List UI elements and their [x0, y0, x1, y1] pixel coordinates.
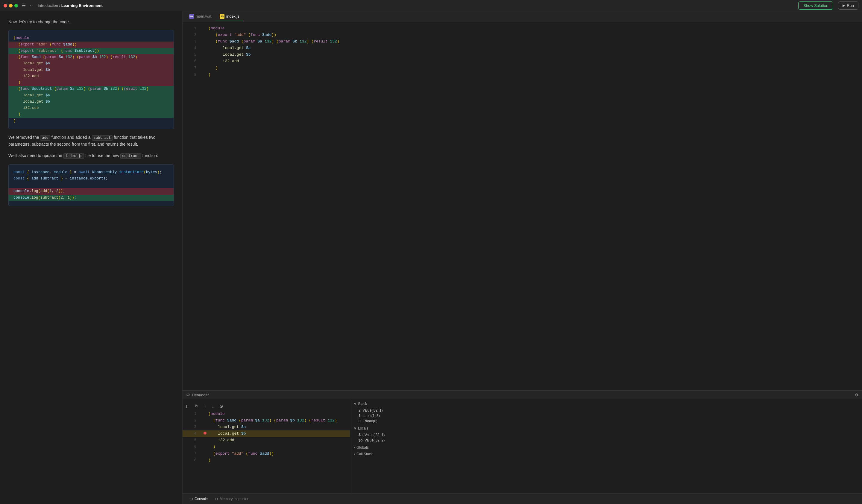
stack-section-header[interactable]: ∨ Stack — [354, 402, 859, 406]
debugger-header: ⚙ Debugger ⚙ — [183, 390, 862, 399]
back-arrow-icon[interactable]: ← — [29, 3, 34, 8]
locals-section-header[interactable]: ∨ Locals — [354, 426, 859, 430]
editor-line-2: 2 (export "add" (func $add)) — [183, 32, 862, 38]
console-icon: ⊡ — [190, 497, 193, 501]
stack-label: Stack — [358, 402, 367, 406]
run-button[interactable]: Run — [838, 1, 859, 10]
debugger-controls: ⏸ ↻ ↑ ↓ ⊗ — [183, 402, 350, 411]
console-label: Console — [195, 497, 208, 501]
title-bar: ☰ ← Introduction / Learning Environment … — [0, 0, 862, 11]
editor-line-6: 6 i32.add — [183, 58, 862, 65]
line-number: 1 — [185, 25, 196, 31]
globals-section-header[interactable]: › Globals — [354, 446, 859, 450]
step-out-button[interactable]: ↓ — [211, 403, 216, 410]
stack-item-2: 0: Frame(0) — [354, 419, 859, 424]
show-solution-button[interactable]: Show Solution — [798, 1, 833, 10]
memory-icon: ⊟ — [215, 497, 218, 501]
left-panel: Now, let's try to change the code. (modu… — [0, 11, 183, 504]
prose-intro: Now, let's try to change the code. — [8, 18, 174, 25]
inline-code-subtract2: subtract — [120, 154, 141, 159]
chevron-down-icon: ∨ — [354, 402, 356, 406]
dbg-line-7: 7 (export "add" (func $add)) — [183, 450, 350, 457]
line-code: ) — [208, 65, 859, 71]
prose-update: We'll also need to update the index.js f… — [8, 152, 174, 159]
right-panel: WA main.wat JS index.js 1 (module 2 — [183, 11, 862, 504]
stack-item-1: 1: Label(1, 3) — [354, 413, 859, 419]
main-content: Now, let's try to change the code. (modu… — [0, 11, 862, 504]
tab-index-js[interactable]: JS index.js — [216, 12, 244, 21]
deactivate-button[interactable]: ⊗ — [218, 403, 224, 410]
chevron-right-icon: › — [354, 446, 355, 450]
traffic-lights — [3, 4, 18, 8]
tab-badge-js: JS — [220, 14, 224, 19]
debugger-sidebar: ∨ Stack 2: Value(i32, 1) 1: Label(1, 3) … — [350, 399, 862, 493]
inline-code-indexjs: index.js — [64, 154, 84, 159]
code-diff-wat: (module (export "add" (func $add)) (expo… — [8, 30, 174, 129]
code-editor-main[interactable]: 1 (module 2 (export "add" (func $add)) 3… — [183, 22, 862, 390]
tab-label-main-wat: main.wat — [196, 14, 211, 18]
code-diff-js: const { instance, module } = await WebAs… — [8, 164, 174, 206]
callstack-label: Call Stack — [356, 452, 373, 456]
editor-line-1: 1 (module — [183, 25, 862, 32]
line-code: local.get $b — [208, 51, 859, 58]
bug-icon: ⚙ — [186, 393, 190, 397]
resume-button[interactable]: ⏸ — [184, 403, 191, 410]
line-code: local.get $a — [208, 45, 859, 51]
editor-line-3: 3 (func $add (param $a i32) (param $b i3… — [183, 38, 862, 45]
line-code: ) — [208, 71, 859, 78]
debugger-panel: ⚙ Debugger ⚙ ⏸ ↻ ↑ ↓ ⊗ — [183, 390, 862, 504]
step-in-button[interactable]: ↑ — [203, 403, 208, 410]
editor-line-5: 5 local.get $b — [183, 51, 862, 58]
inline-code-subtract: subtract — [92, 135, 113, 141]
dbg-line-4: 4 local.get $b — [183, 430, 350, 437]
console-tab[interactable]: ⊡ Console — [186, 496, 211, 502]
line-code: (func $add (param $a i32) (param $b i32)… — [208, 38, 859, 45]
dbg-line-6: 6 ) — [183, 443, 350, 450]
memory-inspector-tab[interactable]: ⊟ Memory Inspector — [211, 496, 252, 502]
dbg-line-3: 3 local.get $a — [183, 424, 350, 430]
maximize-button[interactable] — [14, 4, 18, 8]
step-over-button[interactable]: ↻ — [194, 403, 200, 410]
editor-area: 1 (module 2 (export "add" (func $add)) 3… — [183, 22, 862, 390]
tab-badge-wa: WA — [189, 14, 194, 19]
breadcrumb: Introduction / Learning Environment — [38, 3, 103, 8]
line-number: 2 — [185, 32, 196, 38]
line-number: 8 — [185, 72, 196, 78]
menu-icon[interactable]: ☰ — [22, 3, 26, 8]
close-button[interactable] — [3, 4, 7, 8]
bottom-bar: ⊡ Console ⊟ Memory Inspector — [183, 493, 862, 504]
editor-line-8: 8 ) — [183, 71, 862, 78]
inline-code-add: add — [40, 135, 50, 141]
tab-main-wat[interactable]: WA main.wat — [185, 12, 216, 21]
dbg-line-5: 5 i32.add — [183, 437, 350, 443]
line-number: 5 — [185, 52, 196, 58]
chevron-right-icon: › — [354, 452, 355, 456]
line-code: i32.add — [208, 58, 859, 65]
locals-item-a: $a: Value(i32, 1) — [354, 432, 859, 438]
line-number: 3 — [185, 39, 196, 44]
globals-label: Globals — [356, 446, 369, 450]
prose-description: We removed the add function and added a … — [8, 134, 174, 148]
minimize-button[interactable] — [9, 4, 13, 8]
debugger-code-view[interactable]: ⏸ ↻ ↑ ↓ ⊗ 1 (module 2 — [183, 399, 350, 493]
stack-item-0: 2: Value(i32, 1) — [354, 408, 859, 413]
settings-icon[interactable]: ⚙ — [855, 393, 859, 397]
dbg-line-8: 8 ) — [183, 457, 350, 464]
memory-inspector-label: Memory Inspector — [220, 497, 248, 501]
line-number: 6 — [185, 58, 196, 64]
dbg-line-2: 2 (func $add (param $a i32) (param $b i3… — [183, 417, 350, 424]
locals-item-b: $b: Value(i32, 2) — [354, 438, 859, 443]
breakpoint-indicator — [204, 432, 207, 435]
debugger-body: ⏸ ↻ ↑ ↓ ⊗ 1 (module 2 — [183, 399, 862, 493]
locals-label: Locals — [358, 426, 368, 430]
line-code: (export "add" (func $add)) — [208, 32, 859, 38]
dbg-line-1: 1 (module — [183, 411, 350, 417]
debugger-title: Debugger — [192, 393, 209, 397]
callstack-section-header[interactable]: › Call Stack — [354, 452, 859, 456]
editor-line-4: 4 local.get $a — [183, 45, 862, 51]
line-number: 7 — [185, 65, 196, 71]
tab-label-index-js: index.js — [226, 14, 239, 18]
tabs-bar: WA main.wat JS index.js — [183, 11, 862, 22]
line-code: (module — [208, 25, 859, 32]
chevron-down-icon: ∨ — [354, 426, 356, 430]
